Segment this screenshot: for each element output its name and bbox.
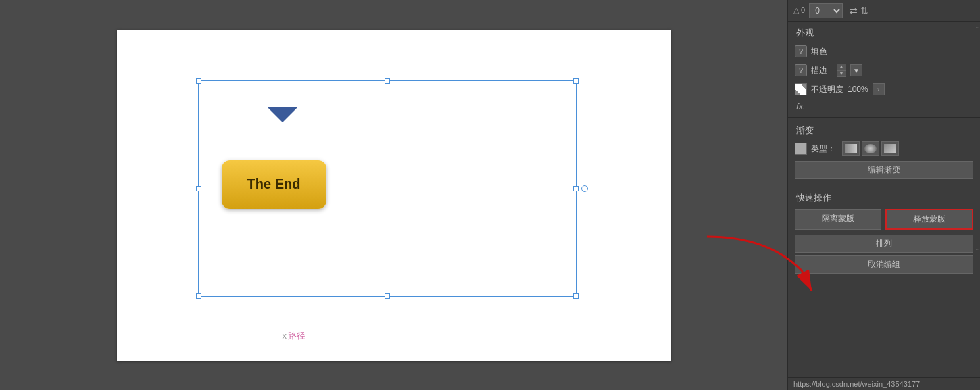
path-x-marker: x	[283, 331, 287, 341]
canvas-area: The End x路径	[0, 0, 787, 390]
gradient-type-row: 类型：	[788, 139, 980, 158]
edit-gradient-btn[interactable]: 编辑渐变	[795, 161, 973, 179]
quick-actions-label: 快速操作	[788, 188, 980, 207]
opacity-chevron-btn[interactable]: ›	[873, 83, 885, 95]
stroke-row: ? 描边 ▲ ▼ ▼	[788, 61, 980, 80]
linear-gradient-icon	[845, 144, 857, 153]
release-mask-btn[interactable]: 释放蒙版	[885, 209, 973, 230]
handle-top-right[interactable]	[573, 78, 579, 84]
dots-panel-mid: ···	[974, 142, 979, 148]
opacity-label: 不透明度	[811, 84, 843, 95]
divider-2	[788, 185, 980, 185]
stroke-spinner[interactable]: ▲ ▼	[837, 64, 846, 77]
handle-top-center[interactable]	[385, 78, 390, 84]
gradient-label: 渐变	[788, 120, 980, 139]
opacity-value: 100%	[848, 84, 868, 94]
gradient-type-buttons	[842, 141, 899, 156]
handle-bottom-left[interactable]	[196, 293, 201, 299]
divider-1	[788, 117, 980, 118]
angle-gradient-btn[interactable]	[881, 141, 899, 156]
handle-top-left[interactable]	[196, 78, 201, 84]
appearance-section-label: 外观	[788, 22, 980, 42]
angle-icon: △ 0	[793, 6, 805, 15]
stroke-down-btn[interactable]: ▼	[837, 70, 846, 77]
dots-panel-lower: ···	[974, 247, 979, 253]
arrange-btn[interactable]: 排列	[795, 235, 973, 253]
fill-help-btn[interactable]: ?	[795, 45, 807, 57]
path-label: x路径	[283, 330, 306, 342]
url-bar: https://blog.csdn.net/weixin_43543177	[788, 377, 980, 390]
handle-mid-right[interactable]	[573, 186, 579, 191]
connection-handle[interactable]	[581, 185, 588, 192]
right-panel: △ 0 0 ⇄ ⇅ ··· 外观 ? 填色 ? 描边 ▲ ▼ ▼ 不透明度 10…	[787, 0, 980, 390]
stroke-chevron-btn[interactable]: ▼	[850, 64, 862, 76]
quick-action-row-1: 隔离蒙版 释放蒙版	[788, 207, 980, 232]
gradient-type-label: 类型：	[811, 143, 835, 155]
dots-panel-top: ···	[974, 24, 979, 30]
end-text: The End	[247, 176, 301, 192]
flip-icon: ⇄ ⇅	[850, 5, 868, 16]
quick-actions-section: 快速操作 隔离蒙版 释放蒙版 排列 取消编组	[788, 188, 980, 276]
fx-label: fx.	[788, 99, 980, 114]
handle-mid-left[interactable]	[196, 186, 201, 191]
angle-select[interactable]: 0	[809, 3, 843, 18]
ungroup-btn[interactable]: 取消编组	[795, 255, 973, 274]
angle-gradient-icon	[884, 144, 896, 153]
gradient-swatch[interactable]	[795, 143, 807, 155]
stroke-label: 描边	[811, 65, 831, 76]
artboard[interactable]: The End x路径	[117, 30, 671, 361]
linear-gradient-btn[interactable]	[842, 141, 860, 156]
opacity-row: 不透明度 100% ›	[788, 80, 980, 99]
stroke-help-btn[interactable]: ?	[795, 64, 807, 76]
handle-bottom-right[interactable]	[573, 293, 579, 299]
radial-gradient-btn[interactable]	[862, 141, 879, 156]
stroke-up-btn[interactable]: ▲	[837, 64, 846, 70]
fill-label: 填色	[811, 46, 831, 57]
top-strip: △ 0 0 ⇄ ⇅	[788, 0, 980, 22]
gradient-section: 渐变 类型： 编辑渐变	[788, 120, 980, 182]
opacity-icon	[795, 83, 807, 95]
arrow-head	[268, 107, 297, 122]
handle-bottom-center[interactable]	[385, 293, 390, 299]
fill-row: ? 填色	[788, 42, 980, 61]
isolate-mask-btn[interactable]: 隔离蒙版	[795, 209, 881, 230]
end-shape[interactable]: The End	[222, 160, 326, 209]
radial-gradient-icon	[864, 144, 877, 153]
